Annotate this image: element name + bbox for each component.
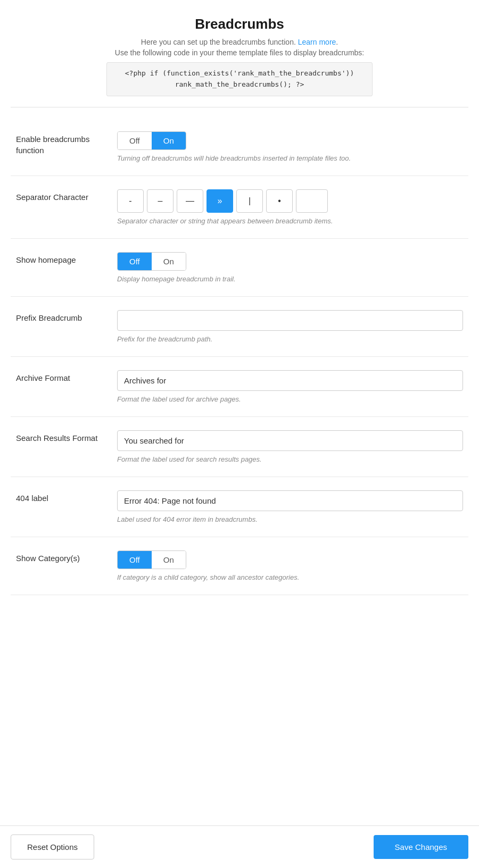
save-button[interactable]: Save Changes: [374, 835, 468, 859]
enable-breadcrumbs-content: Off On Turning off breadcrumbs will hide…: [106, 131, 463, 162]
separator-character-label: Separator Character: [16, 189, 106, 203]
sep-btn-hyphen[interactable]: -: [117, 189, 144, 213]
enable-breadcrumbs-hint: Turning off breadcrumbs will hide breadc…: [117, 154, 463, 162]
prefix-breadcrumb-row: Prefix Breadcrumb Prefix for the breadcr…: [11, 297, 468, 357]
search-results-format-row: Search Results Format Format the label u…: [11, 417, 468, 477]
sep-btn-emdash[interactable]: —: [177, 189, 203, 213]
label-404-input[interactable]: [117, 490, 463, 511]
section-divider: [11, 107, 468, 107]
sep-btn-bullet[interactable]: •: [266, 189, 293, 213]
enable-breadcrumbs-toggle[interactable]: Off On: [117, 131, 186, 150]
archive-format-hint: Format the label used for archive pages.: [117, 395, 463, 403]
search-results-format-label: Search Results Format: [16, 430, 106, 444]
archive-format-row: Archive Format Format the label used for…: [11, 357, 468, 417]
show-categories-hint: If category is a child category, show al…: [117, 573, 463, 581]
sep-btn-guillemet[interactable]: »: [207, 189, 233, 213]
show-categories-toggle[interactable]: Off On: [117, 550, 186, 569]
bottom-bar: Reset Options Save Changes: [0, 825, 479, 868]
separator-character-content: - – — » | • Separator character or strin…: [106, 189, 463, 225]
show-homepage-on-btn[interactable]: On: [152, 253, 186, 270]
sep-btn-endash[interactable]: –: [147, 189, 174, 213]
label-404-row: 404 label Label used for 404 error item …: [11, 477, 468, 537]
search-results-format-input[interactable]: [117, 430, 463, 451]
reset-button[interactable]: Reset Options: [11, 834, 94, 859]
sep-btn-custom[interactable]: [296, 189, 328, 213]
show-categories-label: Show Category(s): [16, 550, 106, 564]
archive-format-label: Archive Format: [16, 370, 106, 383]
archive-format-content: Format the label used for archive pages.: [106, 370, 463, 403]
show-homepage-label: Show homepage: [16, 252, 106, 265]
sep-btn-pipe[interactable]: |: [236, 189, 263, 213]
show-homepage-row: Show homepage Off On Display homepage br…: [11, 239, 468, 297]
prefix-breadcrumb-label: Prefix Breadcrumb: [16, 310, 106, 323]
page-title: Breadcrumbs: [11, 16, 468, 32]
show-categories-row: Show Category(s) Off On If category is a…: [11, 537, 468, 595]
label-404-hint: Label used for 404 error item in breadcr…: [117, 515, 463, 523]
show-homepage-content: Off On Display homepage breadcrumb in tr…: [106, 252, 463, 283]
page-description-1: Here you can set up the breadcrumbs func…: [11, 38, 468, 46]
show-homepage-off-btn[interactable]: Off: [118, 253, 152, 270]
prefix-breadcrumb-hint: Prefix for the breadcrumb path.: [117, 335, 463, 343]
label-404-content: Label used for 404 error item in breadcr…: [106, 490, 463, 523]
show-categories-off-btn[interactable]: Off: [118, 551, 152, 569]
enable-breadcrumbs-off-btn[interactable]: Off: [118, 132, 152, 149]
code-block: <?php if (function_exists('rank_math_the…: [106, 62, 373, 96]
show-categories-content: Off On If category is a child category, …: [106, 550, 463, 581]
show-categories-on-btn[interactable]: On: [152, 551, 186, 569]
show-homepage-toggle[interactable]: Off On: [117, 252, 186, 271]
archive-format-input[interactable]: [117, 370, 463, 391]
prefix-breadcrumb-content: Prefix for the breadcrumb path.: [106, 310, 463, 343]
enable-breadcrumbs-row: Enable breadcrumbs function Off On Turni…: [11, 118, 468, 176]
label-404-label: 404 label: [16, 490, 106, 504]
show-homepage-hint: Display homepage breadcrumb in trail.: [117, 275, 463, 283]
page-description-2: Use the following code in your theme tem…: [11, 48, 468, 57]
enable-breadcrumbs-on-btn[interactable]: On: [152, 132, 186, 149]
separator-character-hint: Separator character or string that appea…: [117, 217, 463, 225]
separator-group: - – — » | •: [117, 189, 463, 213]
separator-character-row: Separator Character - – — » | • Separato…: [11, 176, 468, 239]
search-results-format-content: Format the label used for search results…: [106, 430, 463, 463]
prefix-breadcrumb-input[interactable]: [117, 310, 463, 331]
enable-breadcrumbs-label: Enable breadcrumbs function: [16, 131, 106, 156]
learn-more-link[interactable]: Learn more: [298, 38, 336, 46]
search-results-format-hint: Format the label used for search results…: [117, 455, 463, 463]
